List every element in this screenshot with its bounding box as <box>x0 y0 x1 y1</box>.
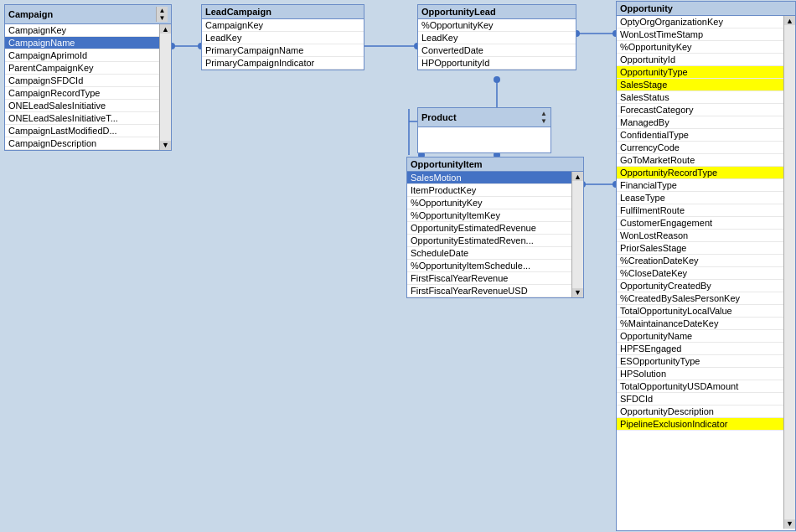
field-CampaignLastModifiedD[interactable]: CampaignLastModifiedD... <box>5 125 159 137</box>
field-opp-ForecastCategory[interactable]: ForecastCategory <box>617 104 783 116</box>
opportunity-header: Opportunity <box>617 2 795 16</box>
field-CampaignSFDCId[interactable]: CampaignSFDCId <box>5 75 159 87</box>
leadcampaign-header: LeadCampaign <box>202 5 364 19</box>
field-opp-ConfidentialType[interactable]: ConfidentialType <box>617 129 783 142</box>
campaign-scroll-up[interactable]: ▲ <box>159 7 166 14</box>
field-lc-PrimaryCampaignIndicator[interactable]: PrimaryCampaignIndicator <box>202 57 364 70</box>
opportunitylead-header: OpportunityLead <box>418 5 576 19</box>
field-ol-OpportunityKey[interactable]: %OpportunityKey <box>418 19 576 32</box>
field-CampaignDescription[interactable]: CampaignDescription <box>5 137 159 150</box>
opportunityitem-scrollbar[interactable]: ▲ ▼ <box>571 172 583 297</box>
opportunityitem-fields: SalesMotion ItemProductKey %OpportunityK… <box>407 172 571 297</box>
field-opp-PriorSalesStage[interactable]: PriorSalesStage <box>617 242 783 255</box>
opportunity-scrollbar[interactable]: ▲ ▼ <box>783 16 795 529</box>
field-oi-ItemProductKey[interactable]: ItemProductKey <box>407 184 571 197</box>
field-opp-TotalOpportunityLocalValue[interactable]: TotalOpportunityLocalValue <box>617 305 783 318</box>
field-lc-PrimaryCampaignName[interactable]: PrimaryCampaignName <box>202 44 364 57</box>
opportunity-fields: OptyOrgOrganizationKey WonLostTimeStamp … <box>617 16 783 529</box>
field-oi-FirstFiscalYearRevenueUSD[interactable]: FirstFiscalYearRevenueUSD <box>407 285 571 297</box>
field-CampaignKey[interactable]: CampaignKey <box>5 24 159 37</box>
field-opp-OptyOrgOrganizationKey[interactable]: OptyOrgOrganizationKey <box>617 16 783 28</box>
opportunitylead-table: OpportunityLead %OpportunityKey LeadKey … <box>417 4 576 70</box>
leadcampaign-fields: CampaignKey LeadKey PrimaryCampaignName … <box>202 19 364 70</box>
field-oi-OpportunityItemKey[interactable]: %OpportunityItemKey <box>407 209 571 222</box>
field-oi-OppEstimatedRevenue[interactable]: OpportunityEstimatedRevenue <box>407 222 571 235</box>
field-oi-SalesMotion[interactable]: SalesMotion <box>407 172 571 184</box>
canvas: Campaign ▲ ▼ CampaignKey CampaignName Ca… <box>0 0 796 532</box>
leadcampaign-table: LeadCampaign CampaignKey LeadKey Primary… <box>201 4 364 70</box>
product-scroll-up[interactable]: ▲ <box>540 110 547 117</box>
field-opp-TotalOpportunityUSDAmount[interactable]: TotalOpportunityUSDAmount <box>617 380 783 393</box>
field-opp-SalesStage[interactable]: SalesStage <box>617 79 783 91</box>
field-opp-ManagedBy[interactable]: ManagedBy <box>617 116 783 129</box>
field-opp-OpportunityCreatedBy[interactable]: OpportunityCreatedBy <box>617 280 783 292</box>
field-opp-HPFSEngaged[interactable]: HPFSEngaged <box>617 343 783 355</box>
product-body <box>418 127 550 152</box>
opportunityitem-table: OpportunityItem SalesMotion ItemProductK… <box>406 157 584 298</box>
field-opp-FulfilmentRoute[interactable]: FulfilmentRoute <box>617 204 783 217</box>
campaign-sb-down[interactable]: ▼ <box>162 141 169 149</box>
field-opp-OpportunityId[interactable]: OpportunityId <box>617 54 783 66</box>
field-opp-CreatedBySalesPersonKey[interactable]: %CreatedBySalesPersonKey <box>617 292 783 305</box>
field-oi-ScheduleDate[interactable]: ScheduleDate <box>407 247 571 260</box>
campaign-title: Campaign <box>8 9 53 19</box>
field-CampaignName[interactable]: CampaignName <box>5 37 159 49</box>
field-opp-LeaseType[interactable]: LeaseType <box>617 192 783 204</box>
field-oi-OpportunityKey[interactable]: %OpportunityKey <box>407 197 571 209</box>
field-oi-FirstFiscalYearRevenue[interactable]: FirstFiscalYearRevenue <box>407 272 571 285</box>
field-lc-LeadKey[interactable]: LeadKey <box>202 32 364 44</box>
field-ParentCampaignKey[interactable]: ParentCampaignKey <box>5 62 159 75</box>
product-table: Product ▲ ▼ <box>417 107 551 153</box>
campaign-scrollbar[interactable]: ▲ ▼ <box>159 24 171 150</box>
campaign-scroll-down[interactable]: ▼ <box>159 14 166 22</box>
field-opp-OpportunityDescription[interactable]: OpportunityDescription <box>617 405 783 418</box>
field-ONELeadSalesInitiative[interactable]: ONELeadSalesInitiative <box>5 100 159 112</box>
opportunity-title: Opportunity <box>620 3 673 13</box>
field-opp-SFDCId[interactable]: SFDCId <box>617 393 783 405</box>
campaign-table: Campaign ▲ ▼ CampaignKey CampaignName Ca… <box>4 4 172 151</box>
opportunity-table: Opportunity OptyOrgOrganizationKey WonLo… <box>616 1 796 531</box>
field-opp-SalesStatus[interactable]: SalesStatus <box>617 91 783 104</box>
svg-point-17 <box>494 76 500 83</box>
field-opp-WonLostTimeStamp[interactable]: WonLostTimeStamp <box>617 28 783 41</box>
field-ol-LeadKey[interactable]: LeadKey <box>418 32 576 44</box>
field-CampaignRecordType[interactable]: CampaignRecordType <box>5 87 159 100</box>
opportunitylead-title: OpportunityLead <box>421 7 496 17</box>
opp-sb-up[interactable]: ▲ <box>786 17 793 25</box>
field-ol-ConvertedDate[interactable]: ConvertedDate <box>418 44 576 57</box>
opportunityitem-body: SalesMotion ItemProductKey %OpportunityK… <box>407 172 583 297</box>
field-ONELeadSalesInitiativeT[interactable]: ONELeadSalesInitiativeT... <box>5 112 159 125</box>
opportunityitem-title: OpportunityItem <box>411 159 483 169</box>
leadcampaign-title: LeadCampaign <box>205 7 271 17</box>
product-scroll-down[interactable]: ▼ <box>540 117 547 125</box>
field-opp-CurrencyCode[interactable]: CurrencyCode <box>617 142 783 154</box>
field-opp-MaintainanceDateKey[interactable]: %MaintainanceDateKey <box>617 318 783 330</box>
field-CampaignAprimoId[interactable]: CampaignAprimoId <box>5 49 159 62</box>
campaign-header: Campaign ▲ ▼ <box>5 5 171 24</box>
field-opp-CreationDateKey[interactable]: %CreationDateKey <box>617 255 783 267</box>
field-opp-PipelineExclusionIndicator[interactable]: PipelineExclusionIndicator <box>617 418 783 431</box>
field-oi-OppItemSchedule[interactable]: %OpportunityItemSchedule... <box>407 260 571 272</box>
field-lc-CampaignKey[interactable]: CampaignKey <box>202 19 364 32</box>
opportunitylead-fields: %OpportunityKey LeadKey ConvertedDate HP… <box>418 19 576 70</box>
field-opp-CustomerEngagement[interactable]: CustomerEngagement <box>617 217 783 230</box>
field-opp-OpportunityName[interactable]: OpportunityName <box>617 330 783 343</box>
field-opp-OpportunityRecordType[interactable]: OpportunityRecordType <box>617 167 783 179</box>
oi-sb-down[interactable]: ▼ <box>574 288 581 297</box>
product-title: Product <box>421 112 457 122</box>
field-opp-WonLostReason[interactable]: WonLostReason <box>617 230 783 242</box>
field-oi-OppEstimatedReven[interactable]: OpportunityEstimatedReven... <box>407 235 571 247</box>
opportunityitem-header: OpportunityItem <box>407 158 583 172</box>
field-opp-CloseDateKey[interactable]: %CloseDateKey <box>617 267 783 280</box>
opp-sb-down[interactable]: ▼ <box>786 519 793 528</box>
field-opp-GoToMarketRoute[interactable]: GoToMarketRoute <box>617 154 783 167</box>
field-opp-HPSolution[interactable]: HPSolution <box>617 368 783 380</box>
field-opp-FinancialType[interactable]: FinancialType <box>617 179 783 192</box>
opportunity-body: OptyOrgOrganizationKey WonLostTimeStamp … <box>617 16 795 529</box>
campaign-sb-up[interactable]: ▲ <box>162 25 169 34</box>
field-ol-HPOpportunityId[interactable]: HPOpportunityId <box>418 57 576 70</box>
field-opp-OpportunityKey[interactable]: %OpportunityKey <box>617 41 783 54</box>
oi-sb-up[interactable]: ▲ <box>574 173 581 181</box>
field-opp-OpportunityType[interactable]: OpportunityType <box>617 66 783 79</box>
field-opp-ESOpportunityType[interactable]: ESOpportunityType <box>617 355 783 368</box>
